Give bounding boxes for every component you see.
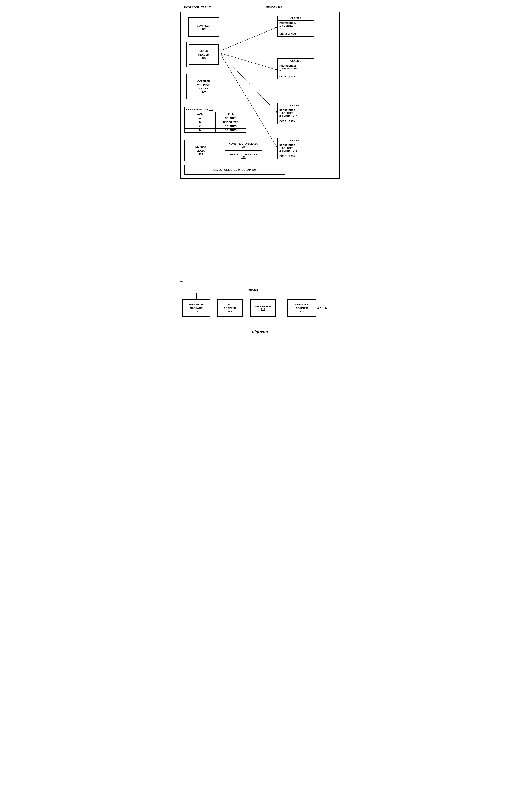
registry-row-b: B UNCOUNTED — [185, 120, 246, 125]
bottom-section: 114 BUS104 DISK DRIVE STORAGE 106 I/O AD… — [177, 279, 343, 326]
class-a-title: CLASS A — [278, 16, 314, 21]
memory-label: MEMORY 102 — [266, 6, 282, 9]
bus-label: BUS104 — [248, 289, 258, 292]
constructor-num: 140 — [241, 145, 245, 148]
bus-section: BUS104 DISK DRIVE STORAGE 106 I/O ADAPTE… — [177, 283, 343, 326]
registry-col-type: TYPE — [215, 112, 246, 116]
compiler-num: 115 — [202, 27, 206, 30]
processor-num: 110 — [261, 308, 265, 311]
class-reader-outer: CLASS READER 116 — [186, 42, 221, 67]
destructor-class-box: DESTRUCTOR CLASS 142 — [225, 151, 262, 161]
proc-connector — [264, 293, 264, 299]
class-a-body: PROPRIETIES: 1. COUNTED 2. CODE:_,DATA:_ — [278, 21, 314, 36]
disk-drive-box: DISK DRIVE STORAGE 106 — [182, 299, 210, 317]
constructor-label: CONSTRUCTOR CLASS — [229, 142, 258, 145]
registry-header: NAME TYPE — [185, 112, 246, 116]
destructor-label: DESTRUCTOR CLASS — [230, 153, 257, 156]
host-computer-label: HOST COMPUTER 100 — [184, 6, 211, 9]
network-num: 112 — [300, 310, 304, 313]
universal-class-box: UNIVERSAL CLASS 150 — [184, 140, 217, 161]
arrow-113-svg — [316, 306, 332, 310]
class-reader-inner: CLASS READER 116 — [189, 44, 219, 65]
network-label: NETWORK ADAPTER — [295, 303, 308, 310]
counter-wrapper-box: COUNTER WRAPPER CLASS 130 — [186, 74, 221, 99]
disk-connector — [196, 293, 197, 299]
universal-class-label: UNIVERSAL CLASS — [193, 145, 208, 153]
class-registry-title: CLASS REGISTRY 118 — [185, 107, 246, 112]
class-registry-num: 118 — [209, 108, 213, 111]
class-registry-table: CLASS REGISTRY 118 NAME TYPE A COUNTED B… — [184, 107, 246, 133]
compiler-label: COMPILER — [197, 24, 210, 27]
io-num: 108 — [228, 310, 232, 313]
universal-class-num: 150 — [199, 153, 203, 156]
registry-row-c: C COUNTED — [185, 125, 246, 129]
class-reader-label: CLASS READER — [199, 49, 209, 56]
network-adapter-box: NETWORK ADAPTER 112 — [287, 299, 316, 317]
class-d-title: CLASS D — [278, 138, 314, 143]
io-adapter-box: I/O ADAPTER 108 — [217, 299, 242, 317]
counter-wrapper-num: 130 — [202, 90, 206, 93]
constructor-class-box: CONSTRUCTOR CLASS 140 — [225, 140, 262, 151]
registry-col-name: NAME — [185, 112, 215, 116]
class-c-title: CLASS C — [278, 103, 314, 108]
diagram: HOST COMPUTER 100 MEMORY 102 COMPILER 11… — [177, 4, 343, 276]
disk-label: DISK DRIVE STORAGE — [189, 303, 204, 310]
class-d-box: CLASS D PROPRIETIES: 1. COUNTED 2. POINT… — [278, 138, 314, 159]
class-a-box: CLASS A PROPRIETIES: 1. COUNTED 2. CODE:… — [278, 16, 314, 37]
io-connector — [233, 293, 233, 299]
destructor-num: 142 — [241, 156, 245, 159]
io-label: I/O ADAPTER — [224, 303, 236, 310]
label-114: 114 — [178, 280, 183, 283]
registry-row-a: A COUNTED — [185, 116, 246, 120]
figure-label: Figure 1 — [177, 330, 343, 335]
disk-num: 106 — [194, 310, 199, 313]
counter-wrapper-label: COUNTER WRAPPER CLASS — [197, 80, 210, 90]
oop-box: OBJECT ORIENTED PROGRAM 124 — [184, 165, 285, 175]
class-d-body: PROPRIETIES: 1. COUNTED 2. POINTS TO: B … — [278, 143, 314, 159]
processor-box: PROCESSOR 110 — [250, 299, 276, 317]
class-b-box: CLASS B PROPRIETIES: 1. UNCOUNTED 2. COD… — [278, 58, 314, 79]
compiler-box: COMPILER 115 — [188, 18, 219, 37]
class-reader-num: 116 — [202, 56, 206, 59]
oop-label: OBJECT ORIENTED PROGRAM 124 — [213, 168, 256, 171]
net-connector — [303, 293, 303, 299]
class-b-title: CLASS B — [278, 59, 314, 63]
processor-label: PROCESSOR — [255, 305, 271, 308]
registry-row-d: D COUNTED — [185, 129, 246, 132]
class-c-box: CLASS C PROPRIETIES: 1. COUNTED 2. POINT… — [278, 103, 314, 124]
bus-line — [188, 293, 336, 293]
class-b-body: PROPRIETIES: 1. UNCOUNTED 2. CODE:_,DATA… — [278, 63, 314, 79]
oop-num: 124 — [252, 168, 256, 171]
class-c-body: PROPRIETIES: 1. COUNTED 2. POINTS TO: A … — [278, 108, 314, 124]
